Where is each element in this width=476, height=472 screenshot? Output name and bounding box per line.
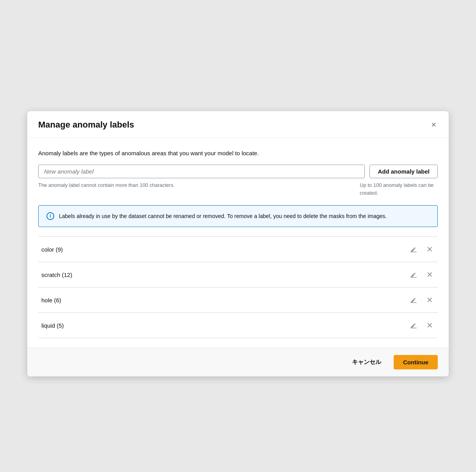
- continue-label: Continue: [403, 359, 428, 366]
- close-button[interactable]: ×: [430, 119, 438, 131]
- info-icon: i: [46, 212, 54, 220]
- label-name: color (9): [41, 246, 63, 253]
- modal-footer: キャンセル Continue: [27, 348, 449, 376]
- close-icon: ×: [431, 121, 436, 129]
- modal-body: Anomaly labels are the types of anomalou…: [27, 138, 449, 348]
- edit-label-button[interactable]: [409, 321, 419, 330]
- modal-title: Manage anomaly labels: [38, 120, 134, 130]
- helper-left: The anomaly label cannot contain more th…: [38, 181, 355, 197]
- label-actions: ✕: [409, 320, 435, 331]
- continue-button[interactable]: Continue: [394, 355, 438, 369]
- edit-icon: [410, 271, 417, 278]
- label-actions: ✕: [409, 244, 435, 255]
- modal-header: Manage anomaly labels ×: [27, 111, 449, 138]
- manage-anomaly-labels-modal: Manage anomaly labels × Anomaly labels a…: [27, 111, 449, 377]
- label-item: scratch (12) ✕: [38, 262, 438, 287]
- char-limit-helper: The anomaly label cannot contain more th…: [38, 182, 175, 188]
- edit-label-button[interactable]: [409, 245, 419, 254]
- svg-rect-1: [410, 277, 417, 278]
- input-row: Add anomaly label: [38, 165, 438, 178]
- label-name: liquid (5): [41, 322, 64, 329]
- label-name: scratch (12): [41, 271, 72, 278]
- remove-icon: ✕: [426, 295, 433, 305]
- info-message: Labels already in use by the dataset can…: [59, 212, 387, 220]
- info-banner: i Labels already in use by the dataset c…: [38, 205, 438, 227]
- modal-overlay: Manage anomaly labels × Anomaly labels a…: [8, 8, 468, 472]
- add-anomaly-label-button[interactable]: Add anomaly label: [369, 165, 438, 178]
- remove-label-button[interactable]: ✕: [425, 295, 435, 305]
- helper-right: Up to 100 anomaly labels can be created.: [360, 181, 438, 197]
- svg-rect-0: [410, 252, 417, 252]
- remove-label-button[interactable]: ✕: [425, 269, 435, 280]
- label-item: liquid (5) ✕: [38, 313, 438, 338]
- add-button-label: Add anomaly label: [378, 168, 430, 175]
- edit-label-button[interactable]: [409, 270, 419, 279]
- label-item: hole (6) ✕: [38, 287, 438, 313]
- svg-rect-3: [410, 328, 417, 328]
- remove-label-button[interactable]: ✕: [425, 244, 435, 255]
- edit-icon: [410, 246, 417, 253]
- remove-icon: ✕: [426, 270, 433, 279]
- label-actions: ✕: [409, 269, 435, 280]
- edit-icon: [410, 322, 417, 329]
- remove-icon: ✕: [426, 321, 433, 330]
- label-name: hole (6): [41, 297, 61, 303]
- remove-label-button[interactable]: ✕: [425, 320, 435, 331]
- labels-list: color (9) ✕ scratch: [38, 236, 438, 338]
- helper-row: The anomaly label cannot contain more th…: [38, 181, 438, 197]
- edit-label-button[interactable]: [409, 296, 419, 304]
- cancel-button[interactable]: キャンセル: [346, 355, 387, 369]
- cancel-label: キャンセル: [352, 358, 381, 365]
- label-count-helper: Up to 100 anomaly labels can be created.: [360, 182, 433, 196]
- edit-icon: [410, 296, 417, 303]
- svg-rect-2: [410, 302, 417, 303]
- label-item: color (9) ✕: [38, 237, 438, 262]
- label-actions: ✕: [409, 295, 435, 305]
- remove-icon: ✕: [426, 245, 433, 254]
- new-label-input[interactable]: [38, 165, 365, 178]
- description-text: Anomaly labels are the types of anomalou…: [38, 149, 438, 158]
